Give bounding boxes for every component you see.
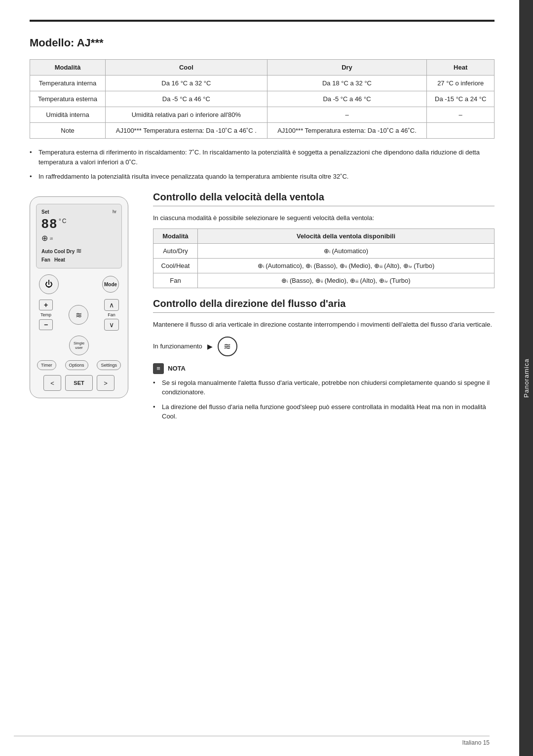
list-item: La direzione del flusso d'aria nella fun…: [153, 402, 495, 421]
remote-col: Set hr 88 °C ⊕ ᵢₗₗ Auto Cool Dry ≋: [30, 191, 138, 431]
nota-header: ≡ NOTA: [153, 363, 495, 374]
wind-direction-button[interactable]: ≋: [69, 305, 88, 325]
list-item: Temperatura esterna di riferimento in ri…: [30, 148, 495, 167]
row-label: Note: [30, 123, 106, 139]
top-bullet-list: Temperatura esterna di riferimento in ri…: [30, 148, 495, 182]
cell-cool: Umidità relativa pari o inferiore all'80…: [106, 107, 267, 123]
nav-left-button[interactable]: <: [43, 375, 61, 391]
page-footer: Italiano 15: [14, 736, 490, 746]
ventola-heading: Controllo della velocità della ventola: [153, 191, 495, 206]
vrow-mode: Fan: [153, 273, 198, 288]
modello-title: Modello: AJ***: [30, 37, 495, 49]
cell-dry: Da 18 °C a 32 °C: [267, 76, 427, 91]
remote-display: Set hr 88 °C ⊕ ᵢₗₗ Auto Cool Dry ≋: [36, 204, 122, 269]
mode-line2: Fan Heat: [41, 256, 116, 264]
minus-button[interactable]: −: [39, 319, 53, 330]
timer-button[interactable]: Timer: [37, 360, 56, 370]
top-border: [30, 20, 495, 22]
nav-right-button[interactable]: >: [97, 375, 114, 391]
ventola-intro: In ciascuna modalità è possibile selezio…: [153, 213, 495, 223]
table-row: Auto/Dry ⊕ᵢ (Automatico): [153, 244, 495, 259]
table-row: Umidità interna Umidità relativa pari o …: [30, 107, 495, 123]
right-col: Controllo della velocità della ventola I…: [153, 191, 495, 431]
arrow-up-button[interactable]: ∧: [104, 299, 119, 311]
ventola-table: Modalità Velocità della ventola disponib…: [153, 228, 495, 288]
cell-dry: AJ100*** Temperatura esterna: Da -10˚C a…: [267, 123, 427, 139]
single-label-line2: user: [75, 345, 83, 350]
vrow-speeds: ⊕ᵢ (Automatico): [198, 244, 495, 259]
cell-heat: –: [427, 107, 495, 123]
settings-button[interactable]: Settings: [97, 360, 121, 370]
side-tab: Panoramica: [519, 0, 533, 756]
table-row: Cool/Heat ⊕ᵢ (Automatico), ⊕ᵢ (Basso), ⊕…: [153, 259, 495, 273]
cell-cool: Da -5 °C a 46 °C: [106, 91, 267, 107]
cell-heat: Da -15 °C a 24 °C: [427, 91, 495, 107]
set-label: Set: [41, 208, 49, 216]
nota-bullet-list: Se si regola manualmente l'aletta flusso…: [153, 378, 495, 421]
table-row: Temperatura esterna Da -5 °C a 46 °C Da …: [30, 91, 495, 107]
remote-control: Set hr 88 °C ⊕ ᵢₗₗ Auto Cool Dry ≋: [30, 196, 128, 399]
temp-label: Temp: [40, 312, 51, 317]
nota-section: ≡ NOTA Se si regola manualmente l'aletta…: [153, 363, 495, 421]
fan-direction-icon: ≋: [218, 337, 237, 356]
display-digits: 88 °C: [41, 217, 116, 230]
vcol-modalita: Modalità: [153, 229, 198, 244]
col-modalita: Modalità: [30, 60, 106, 76]
remote-mid-row: + Temp − ≋ ∧ Fan ∨: [36, 299, 122, 331]
remote-top-buttons: ⏻ Mode: [36, 274, 122, 294]
footer-text: Italiano 15: [462, 739, 490, 746]
cell-cool: AJ100*** Temperatura esterna: Da -10˚C a…: [106, 123, 267, 139]
vrow-speeds: ⊕ᵢ (Automatico), ⊕ᵢ (Basso), ⊕ᵢᵢ (Medio)…: [198, 259, 495, 273]
col-cool: Cool: [106, 60, 267, 76]
vrow-speeds: ⊕ᵢ (Basso), ⊕ᵢᵢ (Medio), ⊕ᵢᵢᵢ (Alto), ⊕ᵢ…: [198, 273, 495, 288]
fan-level-icon: ⊕: [41, 232, 48, 245]
fan-icon-row: ⊕ ᵢₗₗ: [41, 232, 116, 245]
mode-line1: Auto Cool Dry ≋: [41, 245, 116, 256]
row-label: Temperatura interna: [30, 76, 106, 91]
single-label-line1: Single: [74, 341, 84, 345]
hr-label: hr: [113, 208, 116, 215]
in-funzionamento-label: In funzionamento: [153, 342, 202, 350]
cell-heat: 27 °C o inferiore: [427, 76, 495, 91]
cell-dry: –: [267, 107, 427, 123]
table-row: Fan ⊕ᵢ (Basso), ⊕ᵢᵢ (Medio), ⊕ᵢᵢᵢ (Alto)…: [153, 273, 495, 288]
remote-bottom-buttons: Timer Options Settings: [36, 360, 122, 370]
vcol-speeds: Velocità della ventola disponibili: [198, 229, 495, 244]
nota-icon: ≡: [153, 363, 164, 374]
single-user-button[interactable]: Single user: [69, 336, 89, 355]
direzione-section: Controllo della direzione del flusso d'a…: [153, 298, 495, 421]
direzione-intro: Mantenere il flusso di aria verticale in…: [153, 320, 495, 330]
col-heat: Heat: [427, 60, 495, 76]
power-button[interactable]: ⏻: [39, 274, 59, 294]
col-dry: Dry: [267, 60, 427, 76]
row-label: Umidità interna: [30, 107, 106, 123]
cell-cool: Da 16 °C a 32 °C: [106, 76, 267, 91]
plus-button[interactable]: +: [39, 300, 53, 310]
cell-heat: [427, 123, 495, 139]
vrow-mode: Cool/Heat: [153, 259, 198, 273]
in-funzionamento-row: In funzionamento ▶ ≋: [153, 337, 495, 356]
list-item: In raffreddamento la potenzialità risult…: [30, 172, 495, 182]
table-row: Temperatura interna Da 16 °C a 32 °C Da …: [30, 76, 495, 91]
options-button[interactable]: Options: [65, 360, 88, 370]
arrow-right-icon: ▶: [207, 342, 213, 350]
table-row: Note AJ100*** Temperatura esterna: Da -1…: [30, 123, 495, 139]
list-item: Se si regola manualmente l'aletta flusso…: [153, 378, 495, 397]
direzione-heading: Controllo della direzione del flusso d'a…: [153, 298, 495, 313]
nota-label: NOTA: [168, 365, 186, 372]
cell-dry: Da -5 °C a 46 °C: [267, 91, 427, 107]
fan-label: Fan: [108, 312, 115, 317]
row-label: Temperatura esterna: [30, 91, 106, 107]
arrow-down-button[interactable]: ∨: [104, 319, 119, 331]
modello-table: Modalità Cool Dry Heat Temperatura inter…: [30, 59, 495, 139]
mode-button[interactable]: Mode: [102, 276, 119, 293]
vrow-mode: Auto/Dry: [153, 244, 198, 259]
fan-level-bars: ᵢₗₗ: [50, 234, 53, 243]
remote-nav-row: < SET >: [36, 375, 122, 391]
nav-set-button[interactable]: SET: [65, 375, 93, 391]
